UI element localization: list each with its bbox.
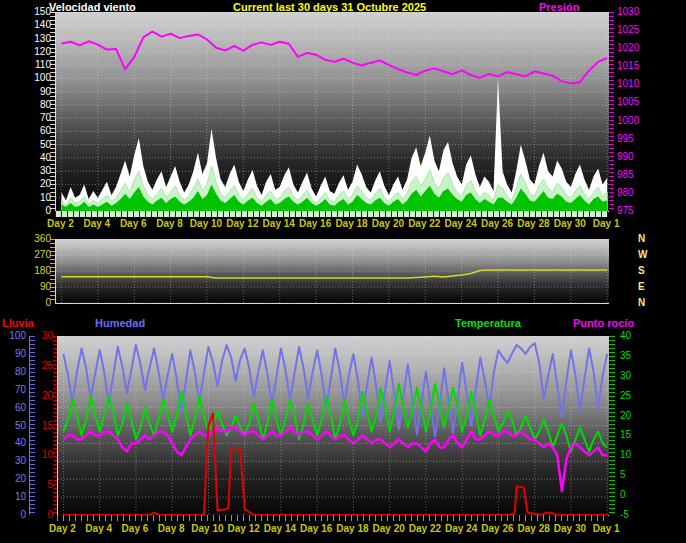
temperature-tick-label: -5	[620, 510, 629, 520]
wind-speed-tick-label: 140	[0, 20, 51, 30]
compass-letter: W	[638, 250, 647, 260]
temperature-tick-label: 15	[620, 430, 631, 440]
direction-tick-label: 0	[0, 298, 51, 308]
pressure-tick-label: 1025	[617, 25, 639, 35]
pressure-tick-label: 1000	[617, 116, 639, 126]
wind-speed-tick-label: 50	[0, 140, 51, 150]
compass-letter: N	[638, 298, 645, 308]
wind-speed-tick-label: 150	[0, 7, 51, 17]
pressure-tick-label: 975	[617, 206, 634, 216]
dew-point-label: Punto rocío	[573, 317, 634, 329]
pressure-axis-ticks	[609, 12, 614, 211]
series-humidity	[63, 343, 607, 436]
direction-tick-label: 270	[0, 250, 51, 260]
temperature-tick-label: 0	[620, 490, 626, 500]
temperature-tick-label: 35	[620, 351, 631, 361]
temperature-tick-label: 10	[620, 450, 631, 460]
temperature-tick-label: 5	[620, 470, 626, 480]
chart-plot-area	[58, 336, 609, 515]
rain-tick-label: 10	[0, 450, 53, 460]
wind-speed-tick-label: 60	[0, 126, 51, 136]
rain-tick-label: 15	[0, 421, 53, 431]
rain-tick-label: 0	[0, 510, 53, 520]
wind-pressure-chart	[55, 12, 609, 212]
pressure-tick-label: 1010	[617, 79, 639, 89]
temperature-label: Temperatura	[455, 317, 521, 329]
bottom-chart-x-axis-ticks	[57, 515, 608, 521]
rain-tick-label: 30	[0, 331, 53, 341]
humidity-tick-label: 40	[0, 438, 26, 448]
compass-letter: E	[638, 282, 645, 292]
wind-speed-tick-label: 40	[0, 153, 51, 163]
compass-letter: S	[638, 266, 645, 276]
temperature-tick-label: 25	[620, 391, 631, 401]
wind-speed-tick-label: 30	[0, 166, 51, 176]
series-pressure	[62, 32, 608, 84]
rain-label: Lluvia	[2, 317, 34, 329]
x-axis-day-label: Day 1	[581, 219, 631, 229]
wind-speed-tick-label: 20	[0, 179, 51, 189]
pressure-tick-label: 980	[617, 188, 634, 198]
wind-speed-tick-label: 70	[0, 113, 51, 123]
wind-speed-tick-label: 120	[0, 47, 51, 57]
weather-trend-charts: Velocidad viento Current last 30 days 31…	[0, 0, 686, 543]
pressure-tick-label: 995	[617, 134, 634, 144]
pressure-tick-label: 990	[617, 152, 634, 162]
wind-speed-tick-label: 90	[0, 87, 51, 97]
series-temperature	[63, 384, 607, 452]
chart-plot-area	[56, 239, 609, 303]
wind-speed-tick-label: 0	[0, 206, 51, 216]
series-rain	[63, 414, 607, 515]
compass-letter: N	[638, 234, 645, 244]
humidity-tick-label: 10	[0, 492, 26, 502]
humidity-tick-label: 90	[0, 349, 26, 359]
rain-humidity-temp-dew-chart	[57, 336, 609, 516]
temperature-tick-label: 30	[620, 371, 631, 381]
direction-tick-label: 180	[0, 266, 51, 276]
pressure-tick-label: 1005	[617, 97, 639, 107]
temperature-tick-label: 20	[620, 411, 631, 421]
wind-speed-tick-label: 80	[0, 100, 51, 110]
rain-axis-ticks	[53, 336, 57, 515]
wind-speed-tick-label: 110	[0, 60, 51, 70]
top-chart-x-axis-ticks	[55, 211, 608, 217]
x-axis-day-label: Day 1	[581, 524, 631, 534]
humidity-tick-label: 60	[0, 403, 26, 413]
chart-plot-area	[56, 12, 609, 211]
wind-speed-tick-label: 10	[0, 193, 51, 203]
pressure-tick-label: 1015	[617, 61, 639, 71]
pressure-tick-label: 1030	[617, 7, 639, 17]
temperature-tick-label: 40	[620, 331, 631, 341]
pressure-tick-label: 985	[617, 170, 634, 180]
temperature-axis-ticks	[609, 336, 615, 515]
wind-direction-chart	[55, 239, 609, 304]
pressure-tick-label: 1020	[617, 43, 639, 53]
rain-tick-label: 20	[0, 391, 53, 401]
rain-tick-label: 25	[0, 361, 53, 371]
direction-tick-label: 360	[0, 234, 51, 244]
direction-tick-label: 90	[0, 282, 51, 292]
rain-tick-label: 5	[0, 480, 53, 490]
wind-speed-tick-label: 100	[0, 73, 51, 83]
humidity-label: Humedad	[95, 317, 145, 329]
wind-speed-tick-label: 130	[0, 34, 51, 44]
